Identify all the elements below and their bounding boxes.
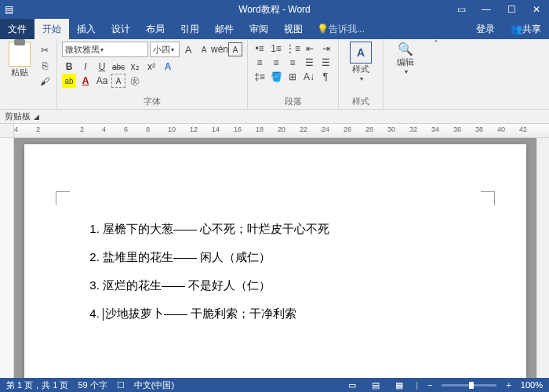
text-effects-button[interactable]: A (161, 60, 175, 74)
ribbon: 粘贴 ✂ ⎘ 🖌 微软雅黑▾ 小四▾ A A wén A B I U abc (0, 39, 549, 110)
zoom-out-button[interactable]: − (427, 380, 432, 390)
ruler-mark: 20 (278, 125, 285, 133)
page-viewport[interactable]: 屋檐下的大葱—— 心不死；叶烂皮干心不死 盐堆里的花生—— 闲人（咸仁） 沤烂的… (14, 138, 536, 378)
ribbon-options-icon[interactable]: ▭ (449, 4, 474, 15)
decrease-indent-button[interactable]: ⇤ (303, 42, 317, 56)
tab-mailings[interactable]: 邮件 (207, 19, 242, 39)
page-count[interactable]: 第 1 页，共 1 页 (6, 379, 68, 391)
list-item[interactable]: 沙地拔萝卜—— 干脆利索；干净利索 (103, 299, 479, 328)
share-button[interactable]: 👥 共享 (503, 19, 549, 39)
change-case-button[interactable]: Aa (95, 74, 109, 88)
font-group-label: 字体 (62, 94, 242, 107)
line-spacing-button[interactable]: ‡≡ (253, 70, 267, 84)
numbering-button[interactable]: 1≡ (269, 42, 283, 56)
font-name-value: 微软雅黑 (65, 44, 100, 56)
ruler[interactable]: 4224681012141618202224262830323436384042 (0, 124, 549, 138)
subscript-button[interactable]: x₂ (128, 60, 142, 74)
text-cursor (103, 308, 104, 321)
show-marks-button[interactable]: ¶ (318, 70, 333, 84)
justify-button[interactable]: ☰ (302, 56, 316, 70)
proofing-icon[interactable]: ☐ (117, 380, 125, 390)
editing-dropdown-icon[interactable]: ▾ (405, 68, 408, 75)
paste-label: 粘贴 (11, 67, 28, 78)
tab-view[interactable]: 视图 (276, 19, 311, 39)
shrink-font-button[interactable]: A (197, 42, 211, 56)
tab-file[interactable]: 文件 (0, 19, 35, 39)
find-icon[interactable]: 🔍 (398, 42, 413, 56)
language-status[interactable]: 中文(中国) (134, 379, 174, 391)
margin-corner-tl (56, 191, 70, 205)
align-left-button[interactable]: ≡ (253, 56, 267, 70)
group-font: 微软雅黑▾ 小四▾ A A wén A B I U abc x₂ x² A ab… (57, 39, 248, 109)
print-layout-button[interactable]: ▤ (369, 379, 383, 390)
borders-button[interactable]: ⊞ (285, 70, 300, 84)
zoom-level[interactable]: 100% (521, 380, 543, 390)
grow-font-button[interactable]: A (181, 42, 195, 56)
collapse-ribbon-button[interactable]: ˄ (427, 39, 445, 109)
increase-indent-button[interactable]: ⇥ (319, 42, 333, 56)
horizontal-ruler[interactable]: 4224681012141618202224262830323436384042 (14, 124, 549, 137)
zoom-in-button[interactable]: + (506, 380, 511, 390)
italic-button[interactable]: I (78, 60, 93, 74)
page[interactable]: 屋檐下的大葱—— 心不死；叶烂皮干心不死 盐堆里的花生—— 闲人（咸仁） 沤烂的… (24, 144, 526, 378)
list-item[interactable]: 沤烂的花生—— 不是好人（仁） (103, 271, 479, 299)
tab-references[interactable]: 引用 (173, 19, 207, 39)
tab-review[interactable]: 审阅 (242, 19, 276, 39)
paste-icon (9, 42, 31, 67)
login-button[interactable]: 登录 (468, 19, 503, 39)
zoom-thumb[interactable] (469, 382, 474, 389)
char-shading-button[interactable]: A (111, 74, 125, 88)
highlight-button[interactable]: ab (62, 74, 76, 88)
tab-design[interactable]: 设计 (104, 19, 138, 39)
tell-me[interactable]: 💡 告诉我... (311, 19, 371, 39)
document-content[interactable]: 屋檐下的大葱—— 心不死；叶烂皮干心不死 盐堆里的花生—— 闲人（咸仁） 沤烂的… (71, 215, 479, 328)
font-size-select[interactable]: 小四▾ (150, 42, 180, 57)
shading-button[interactable]: 🪣 (269, 70, 283, 84)
char-border-button[interactable]: A (228, 42, 242, 56)
copy-button[interactable]: ⎘ (38, 59, 52, 73)
dialog-launcher-icon[interactable]: ◢ (34, 113, 39, 121)
tell-me-label: 告诉我... (329, 23, 365, 36)
distributed-button[interactable]: ☰ (318, 56, 333, 70)
phonetic-guide-button[interactable]: wén (213, 42, 227, 56)
zoom-slider[interactable] (442, 384, 496, 387)
ruler-mark: 2 (36, 125, 40, 133)
list-item[interactable]: 盐堆里的花生—— 闲人（咸仁） (103, 243, 479, 271)
ruler-mark: 34 (431, 125, 439, 133)
word-count[interactable]: 59 个字 (78, 379, 107, 391)
align-center-button[interactable]: ≡ (269, 56, 283, 70)
underline-button[interactable]: U (95, 60, 109, 74)
enclose-char-button[interactable]: ㊛ (128, 74, 142, 88)
sort-button[interactable]: A↓ (302, 70, 316, 84)
tab-layout[interactable]: 布局 (138, 19, 173, 39)
paste-button[interactable]: 粘贴 (5, 42, 35, 78)
numbered-list[interactable]: 屋檐下的大葱—— 心不死；叶烂皮干心不死 盐堆里的花生—— 闲人（咸仁） 沤烂的… (71, 215, 479, 328)
ruler-corner (0, 124, 14, 137)
tab-insert[interactable]: 插入 (69, 19, 104, 39)
web-layout-button[interactable]: ▦ (392, 379, 406, 390)
minimize-button[interactable]: — (474, 4, 499, 15)
menu-bar: 文件 开始 插入 设计 布局 引用 邮件 审阅 视图 💡 告诉我... 登录 👥… (0, 19, 549, 39)
align-right-button[interactable]: ≡ (285, 56, 300, 70)
strike-button[interactable]: abc (111, 60, 125, 74)
vertical-ruler[interactable] (0, 138, 14, 378)
bullets-button[interactable]: •≡ (253, 42, 267, 56)
bold-button[interactable]: B (62, 60, 76, 74)
ruler-mark: 6 (124, 125, 128, 133)
styles-icon[interactable]: A (350, 42, 372, 64)
close-button[interactable]: ✕ (524, 4, 549, 15)
vertical-scrollbar[interactable] (536, 138, 549, 378)
tab-home[interactable]: 开始 (35, 19, 69, 39)
format-painter-button[interactable]: 🖌 (38, 74, 52, 89)
superscript-button[interactable]: x² (144, 60, 158, 74)
list-item[interactable]: 屋檐下的大葱—— 心不死；叶烂皮干心不死 (103, 215, 479, 243)
clipboard-pane-label[interactable]: 剪贴板 ◢ (0, 110, 549, 124)
styles-dropdown-icon[interactable]: ▾ (360, 75, 363, 82)
read-mode-button[interactable]: ▭ (345, 379, 359, 390)
font-name-select[interactable]: 微软雅黑▾ (62, 42, 148, 57)
maximize-button[interactable]: ☐ (499, 4, 524, 15)
font-color-button[interactable]: A (78, 74, 93, 88)
multilevel-button[interactable]: ⋮≡ (285, 42, 300, 56)
window-controls: ▭ — ☐ ✕ (449, 4, 549, 15)
cut-button[interactable]: ✂ (38, 43, 52, 57)
